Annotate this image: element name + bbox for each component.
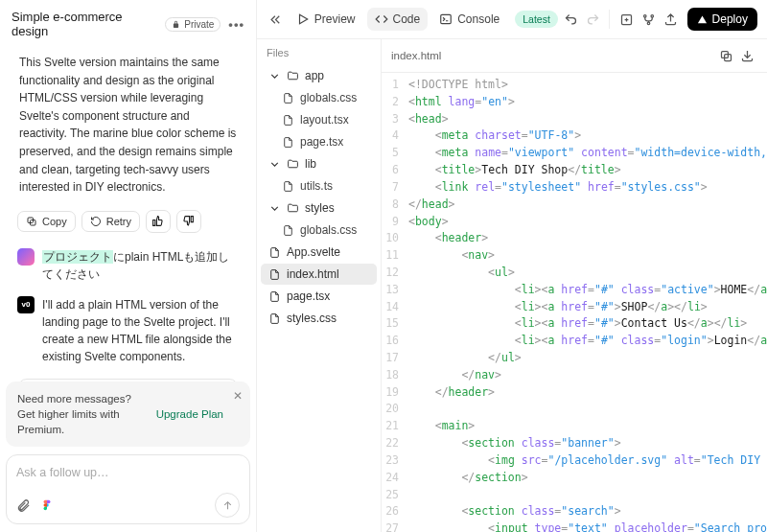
figma-icon[interactable] xyxy=(40,498,54,512)
deploy-button[interactable]: Deploy xyxy=(687,8,757,31)
code-line: 16 <li><a href="#" class="login">Login</… xyxy=(382,333,767,350)
file-globals-css[interactable]: globals.css xyxy=(261,220,377,241)
code-line: 13 <li><a href="#" class="active">HOME</… xyxy=(382,282,767,299)
code-line: 10 <header> xyxy=(382,230,767,247)
code-editor[interactable]: 1<!DOCTYPE html>2<html lang="en">3<head>… xyxy=(382,73,767,532)
code-line: 11 <nav> xyxy=(382,247,767,265)
download-button[interactable] xyxy=(736,45,757,66)
file-icon xyxy=(268,268,281,281)
fork-icon xyxy=(641,12,656,27)
code-line: 9<body> xyxy=(382,214,767,231)
thumbs-up-icon xyxy=(151,215,164,227)
file-icon xyxy=(282,136,294,149)
chevron-down-icon xyxy=(268,70,281,82)
file-layout-tsx[interactable]: layout.tsx xyxy=(261,109,377,130)
code-line: 7 <link rel="stylesheet" href="styles.cs… xyxy=(382,179,767,197)
file-utils-ts[interactable]: utils.ts xyxy=(261,175,377,197)
folder-styles[interactable]: styles xyxy=(261,197,377,219)
code-line: 17 </ul> xyxy=(382,350,767,367)
file-icon xyxy=(268,290,281,303)
file-styles-css[interactable]: styles.css xyxy=(261,308,377,329)
code-line: 18 </nav> xyxy=(382,367,767,384)
assistant-description: This Svelte version maintains the same f… xyxy=(19,54,237,197)
code-line: 5 <meta name="viewport" content="width=d… xyxy=(382,145,767,162)
file-tree: Files appglobals.csslayout.tsxpage.tsxli… xyxy=(257,39,382,532)
code-line: 27 <input type="text" placeholder="Searc… xyxy=(382,520,767,532)
code-icon xyxy=(375,12,388,26)
terminal-icon xyxy=(439,12,453,26)
file-globals-css[interactable]: globals.css xyxy=(261,87,377,108)
svg-marker-5 xyxy=(299,14,307,23)
code-line: 24 </section> xyxy=(382,470,767,487)
file-icon xyxy=(268,246,281,259)
file-page-tsx[interactable]: page.tsx xyxy=(261,131,377,152)
file-icon xyxy=(282,180,294,193)
code-line: 23 <img src="/placeholder.svg" alt="Tech… xyxy=(382,452,767,470)
attachment-icon[interactable] xyxy=(16,498,31,513)
user-avatar xyxy=(17,248,35,266)
upgrade-link[interactable]: Upgrade Plan xyxy=(156,408,223,420)
more-menu[interactable]: ••• xyxy=(228,17,244,32)
code-line: 6 <title>Tech DIY Shop</title> xyxy=(382,162,767,179)
retry-icon xyxy=(90,216,102,227)
collapse-icon[interactable] xyxy=(267,7,285,32)
tab-preview[interactable]: Preview xyxy=(289,8,363,31)
code-line: 1<!DOCTYPE html> xyxy=(382,77,767,94)
code-line: 21 <main> xyxy=(382,418,767,435)
arrow-up-icon xyxy=(221,499,234,512)
followup-input[interactable] xyxy=(16,466,240,479)
thumbs-up-button[interactable] xyxy=(146,210,171,233)
tab-code[interactable]: Code xyxy=(367,8,429,31)
folder-icon xyxy=(287,70,299,82)
code-line: 3<head> xyxy=(382,111,767,128)
play-icon xyxy=(296,12,310,26)
upgrade-text: Need more messages? Get higher limits wi… xyxy=(17,391,147,437)
share-icon xyxy=(663,12,678,27)
retry-button[interactable]: Retry xyxy=(81,211,140,232)
folder-app[interactable]: app xyxy=(261,65,377,86)
share-button[interactable] xyxy=(662,7,680,32)
download-icon xyxy=(740,49,755,63)
undo-icon xyxy=(564,12,578,27)
svg-point-10 xyxy=(647,22,650,25)
code-line: 19 </header> xyxy=(382,384,767,402)
privacy-label: Private xyxy=(184,19,214,30)
copy-button[interactable]: Copy xyxy=(17,211,76,232)
undo-button[interactable] xyxy=(562,7,580,32)
user-message: プロジェクトにplain HTMLも追加してください xyxy=(42,248,239,283)
copy-code-button[interactable] xyxy=(715,45,736,66)
latest-badge: Latest xyxy=(515,11,558,28)
copy-icon xyxy=(26,216,37,227)
project-title: Simple e-commerce design xyxy=(12,10,157,38)
editor-filename: index.html xyxy=(391,50,441,61)
thumbs-down-icon xyxy=(182,215,195,227)
tab-console[interactable]: Console xyxy=(431,8,507,31)
upgrade-banner: Need more messages? Get higher limits wi… xyxy=(6,382,250,447)
close-icon[interactable]: ✕ xyxy=(233,389,243,403)
svg-point-8 xyxy=(643,14,646,17)
folder-lib[interactable]: lib xyxy=(261,153,377,174)
code-line: 8</head> xyxy=(382,197,767,214)
file-App-svelte[interactable]: App.svelte xyxy=(261,242,377,263)
redo-button[interactable] xyxy=(584,7,602,32)
assistant-avatar: v0 xyxy=(17,296,35,313)
file-icon xyxy=(282,92,294,104)
file-icon xyxy=(268,312,281,325)
code-line: 14 <li><a href="#">SHOP</a></li> xyxy=(382,299,767,316)
file-index-html[interactable]: index.html xyxy=(261,264,377,285)
assistant-message: I'll add a plain HTML version of the lan… xyxy=(42,296,239,365)
file-icon xyxy=(282,224,294,237)
code-line: 22 <section class="banner"> xyxy=(382,435,767,452)
plus-square-icon xyxy=(619,12,634,27)
code-line: 25 xyxy=(382,487,767,504)
add-to-codebase-button[interactable] xyxy=(617,7,636,32)
chevron-down-icon xyxy=(268,158,281,171)
thumbs-down-button[interactable] xyxy=(176,210,201,233)
fork-button[interactable] xyxy=(639,7,658,32)
composer xyxy=(6,454,250,524)
svg-point-9 xyxy=(651,14,654,17)
file-page-tsx[interactable]: page.tsx xyxy=(261,286,377,307)
code-line: 12 <ul> xyxy=(382,265,767,282)
triangle-icon xyxy=(697,14,708,25)
send-button[interactable] xyxy=(215,493,240,518)
